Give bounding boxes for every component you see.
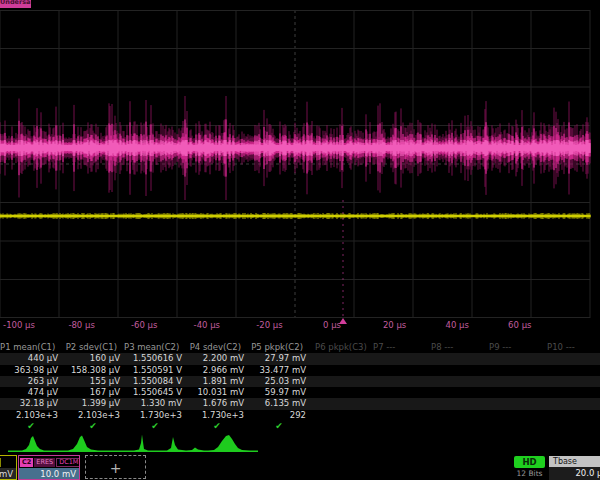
c2-scale-value: 10.0 mV xyxy=(19,468,79,480)
measurement-value xyxy=(426,410,484,421)
measurement-status-icon xyxy=(484,421,542,432)
measurement-value xyxy=(542,365,600,376)
measurement-value: 160 µV xyxy=(62,353,124,364)
histicon-p4[interactable] xyxy=(158,433,208,453)
measurement-value: 1.550616 V xyxy=(124,353,186,364)
measurement-header-p4[interactable]: P4 sdev(C2) xyxy=(186,342,248,353)
measurement-value: 1.891 mV xyxy=(186,376,248,387)
histicon-p5[interactable] xyxy=(208,433,258,453)
measurement-value xyxy=(310,387,368,398)
undersampled-badge: Undersampled xyxy=(0,0,31,8)
x-axis-label: -40 µs xyxy=(194,320,220,330)
measurement-value: 2.103e+3 xyxy=(62,410,124,421)
measurement-value xyxy=(368,365,426,376)
measurement-header-p1[interactable]: P1 mean(C1) xyxy=(0,342,62,353)
x-axis-label: 40 µs xyxy=(446,320,469,330)
measurement-value: 2.966 mV xyxy=(186,365,248,376)
c1-coupling-chip: DC1M xyxy=(0,458,1,467)
c2-descriptor-box[interactable]: C2 ERES DC1M 10.0 mV xyxy=(18,455,80,480)
measurement-value: 32.18 µV xyxy=(0,398,62,409)
measurement-status-icon xyxy=(310,421,368,432)
measurement-status-icon: ✔ xyxy=(248,421,310,432)
histicon-p1[interactable] xyxy=(8,433,58,453)
measurement-value xyxy=(542,398,600,409)
x-axis-label: 20 µs xyxy=(383,320,406,330)
measurement-value: 1.550645 V xyxy=(124,387,186,398)
measurement-header-p6[interactable]: P6 pkpk(C3) xyxy=(310,342,368,353)
measurement-status-icon: ✔ xyxy=(186,421,248,432)
measurement-table: P1 mean(C1)P2 sdev(C1)P3 mean(C2)P4 sdev… xyxy=(0,342,600,432)
measurement-value xyxy=(542,387,600,398)
measurement-value: 292 xyxy=(248,410,310,421)
timebase-value: 20.0 µs/div xyxy=(549,467,600,480)
add-trace-button[interactable]: + xyxy=(85,455,146,479)
measurement-value: 1.330 mV xyxy=(124,398,186,409)
measurement-status-icon: ✔ xyxy=(62,421,124,432)
measurement-value: 440 µV xyxy=(0,353,62,364)
c1-descriptor-box[interactable]: C1 DC1M 10.0 mV xyxy=(0,455,17,480)
measurement-header-p8[interactable]: P8 --- xyxy=(426,342,484,353)
measurement-value xyxy=(484,398,542,409)
measurement-value xyxy=(484,376,542,387)
measurement-value: 263 µV xyxy=(0,376,62,387)
c1-scale-value: 10.0 mV xyxy=(0,468,16,480)
hd-bits-label: 12 Bits xyxy=(514,469,545,478)
measurement-value: 10.031 mV xyxy=(186,387,248,398)
measurement-header-p9[interactable]: P9 --- xyxy=(484,342,542,353)
measurement-value: 363.98 µV xyxy=(0,365,62,376)
x-axis-label: 60 µs xyxy=(508,320,531,330)
measurement-value xyxy=(542,353,600,364)
measurement-status-icon xyxy=(542,421,600,432)
measurement-value: 2.200 mV xyxy=(186,353,248,364)
graticule-area[interactable] xyxy=(0,10,600,318)
measurement-header-p2[interactable]: P2 sdev(C1) xyxy=(62,342,124,353)
measurement-value xyxy=(426,387,484,398)
measurement-header-p7[interactable]: P7 --- xyxy=(368,342,426,353)
c2-label-chip: C2 xyxy=(20,458,33,467)
measurement-value: 167 µV xyxy=(62,387,124,398)
histicon-p3[interactable] xyxy=(108,433,158,453)
measurement-value: 27.97 mV xyxy=(248,353,310,364)
measurement-value xyxy=(368,353,426,364)
measurement-value: 155 µV xyxy=(62,376,124,387)
measurement-value xyxy=(368,376,426,387)
measurement-value xyxy=(484,387,542,398)
measurement-value xyxy=(426,353,484,364)
measurement-value xyxy=(368,410,426,421)
measurement-status-icon xyxy=(426,421,484,432)
timebase-descriptor-box[interactable]: Tbase 20.0 µs/div xyxy=(549,456,600,480)
measurement-value xyxy=(484,353,542,364)
measurement-value xyxy=(310,353,368,364)
measurement-value: 1.550084 V xyxy=(124,376,186,387)
measurement-value xyxy=(484,410,542,421)
measurement-value: 6.135 mV xyxy=(248,398,310,409)
x-axis-label: -80 µs xyxy=(68,320,94,330)
measurement-value xyxy=(310,398,368,409)
measurement-value: 25.03 mV xyxy=(248,376,310,387)
measurement-header-p10[interactable]: P10 --- xyxy=(542,342,600,353)
measurement-header-p5[interactable]: P5 pkpk(C2) xyxy=(248,342,310,353)
measurement-value: 1.676 mV xyxy=(186,398,248,409)
measurement-header-p3[interactable]: P3 mean(C2) xyxy=(124,342,186,353)
measurement-value xyxy=(542,410,600,421)
measurement-value: 1.730e+3 xyxy=(124,410,186,421)
measurement-value xyxy=(426,398,484,409)
measurement-value xyxy=(310,365,368,376)
measurement-value xyxy=(368,398,426,409)
c1-trace[interactable] xyxy=(0,215,590,217)
histicon-p2[interactable] xyxy=(58,433,108,453)
measurement-value xyxy=(426,365,484,376)
c2-eres-chip: ERES xyxy=(34,458,55,467)
measurement-status-icon: ✔ xyxy=(0,421,62,432)
hd-mode-badge[interactable]: HD xyxy=(514,456,545,468)
oscilloscope-screen: Undersampled -100 µs-80 µs-60 µs-40 µs-2… xyxy=(0,0,600,480)
measurement-value xyxy=(484,365,542,376)
measurement-value: 33.477 mV xyxy=(248,365,310,376)
measurement-value: 1.550591 V xyxy=(124,365,186,376)
c2-coupling-chip: DC1M xyxy=(56,458,80,467)
measurement-value: 1.730e+3 xyxy=(186,410,248,421)
trigger-time-marker-icon[interactable] xyxy=(339,318,347,324)
measurement-value xyxy=(368,387,426,398)
x-axis-label: -20 µs xyxy=(256,320,282,330)
measurement-value: 474 µV xyxy=(0,387,62,398)
